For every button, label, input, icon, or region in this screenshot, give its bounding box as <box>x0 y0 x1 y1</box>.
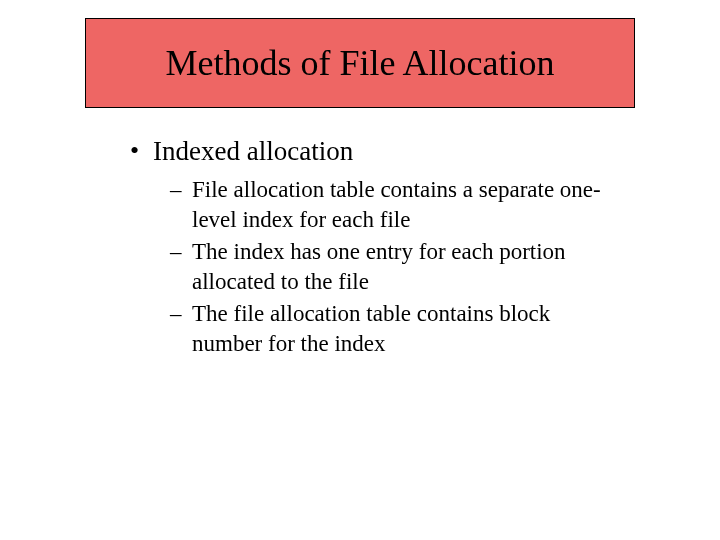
sub-bullet-list: – File allocation table contains a separ… <box>170 175 620 359</box>
slide-title: Methods of File Allocation <box>166 42 555 84</box>
bullet-text: Indexed allocation <box>153 135 353 167</box>
sub-bullet-dash: – <box>170 299 184 329</box>
sub-bullet-item: – The index has one entry for each porti… <box>170 237 620 297</box>
sub-bullet-text: File allocation table contains a separat… <box>192 175 620 235</box>
sub-bullet-item: – The file allocation table contains blo… <box>170 299 620 359</box>
sub-bullet-text: The index has one entry for each portion… <box>192 237 620 297</box>
bullet-item: • Indexed allocation <box>130 135 620 167</box>
slide-body: • Indexed allocation – File allocation t… <box>130 135 620 361</box>
bullet-marker: • <box>130 135 139 167</box>
slide-title-box: Methods of File Allocation <box>85 18 635 108</box>
sub-bullet-dash: – <box>170 175 184 205</box>
sub-bullet-dash: – <box>170 237 184 267</box>
sub-bullet-item: – File allocation table contains a separ… <box>170 175 620 235</box>
sub-bullet-text: The file allocation table contains block… <box>192 299 620 359</box>
